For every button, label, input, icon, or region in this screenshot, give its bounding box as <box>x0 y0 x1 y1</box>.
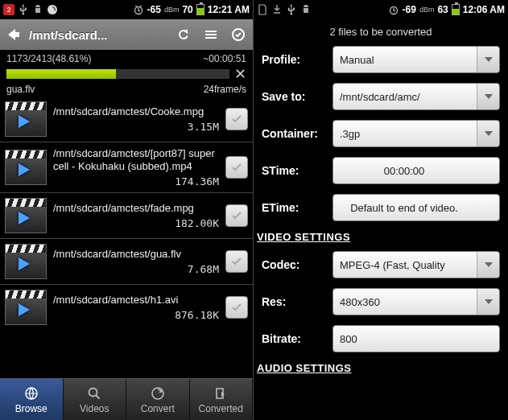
status-bar: -69 dBm 63 12:06 AM <box>254 0 508 19</box>
video-thumb <box>5 244 47 279</box>
signal-dbm-value: -69 <box>403 4 416 15</box>
setting-container: Container: .3gp <box>262 120 500 147</box>
globe-icon <box>24 385 39 401</box>
file-row[interactable]: /mnt/sdcard/amctest/[port87] supercell -… <box>0 142 253 192</box>
progress-eta: ~00:00:51 <box>203 53 246 64</box>
refresh-button[interactable] <box>172 23 195 46</box>
progress-bar <box>6 69 229 79</box>
file-size: 3.15M <box>188 121 219 133</box>
container-control[interactable]: .3gp <box>332 120 500 147</box>
battery-pct: 63 <box>437 4 448 15</box>
file-path: /mnt/sdcard/amctest/gua.flv <box>53 248 219 261</box>
file-checkbox[interactable] <box>225 108 248 130</box>
back-button[interactable] <box>3 24 24 45</box>
cancel-button[interactable]: ✕ <box>234 67 246 81</box>
battery-icon <box>452 4 460 15</box>
download-icon <box>271 4 283 15</box>
battery-pct: 70 <box>182 4 192 15</box>
setting-codec: Codec: MPEG-4 (Fast, Quality <box>262 251 500 278</box>
setting-stime: STime: 00:00:00 <box>262 157 500 184</box>
file-info: /mnt/sdcard/amctest/Cooke.mpg 3.15M <box>53 105 219 134</box>
video-thumb <box>5 101 47 137</box>
tab-convert[interactable]: Convert <box>126 379 190 420</box>
chevron-down-icon[interactable] <box>477 121 499 146</box>
action-button[interactable] <box>227 23 250 46</box>
file-path: /mnt/sdcard/amctest/Cooke.mpg <box>53 105 219 118</box>
etime-control[interactable]: Default to end of video. <box>332 194 500 221</box>
file-size: 182.00K <box>175 217 219 229</box>
settings-panel: -69 dBm 63 12:06 AM 2 files to be conver… <box>254 0 508 420</box>
res-control[interactable]: 480x360 <box>332 288 500 315</box>
app-icon <box>47 4 58 15</box>
conversion-header: 2 files to be converted <box>254 19 508 46</box>
setting-label: Profile: <box>262 53 326 66</box>
chevron-down-icon[interactable] <box>477 84 499 109</box>
setting-res: Res: 480x360 <box>262 288 500 315</box>
browser-panel: 2 -65 dBm 70 12:21 AM /mnt/sdcard... <box>0 0 254 420</box>
convert-icon <box>151 385 165 401</box>
file-size: 7.68M <box>188 263 219 275</box>
file-size: 174.36M <box>175 175 219 187</box>
android-icon <box>300 4 312 15</box>
setting-label: Codec: <box>262 258 326 271</box>
tab-label: Browse <box>15 403 47 414</box>
stime-value: 00:00:00 <box>384 165 449 177</box>
progress-fill <box>6 69 116 79</box>
battery-fill <box>452 9 459 14</box>
file-info: /mnt/sdcard/amctest/gua.flv 7.68M <box>53 248 219 276</box>
tab-videos[interactable]: Videos <box>64 379 127 420</box>
file-list[interactable]: /mnt/sdcard/amctest/Cooke.mpg 3.15M /mnt… <box>0 97 253 378</box>
saveto-control[interactable]: /mnt/sdcard/amc/ <box>332 83 500 110</box>
signal-dbm-unit: dBm <box>164 6 180 14</box>
codec-value: MPEG-4 (Fast, Quality <box>340 259 469 271</box>
file-info: /mnt/sdcard/amctest/[port87] supercell -… <box>53 147 219 187</box>
tab-converted[interactable]: Converted <box>190 379 254 420</box>
profile-control[interactable]: Manual <box>332 46 500 73</box>
file-path: /mnt/sdcard/amctest/h1.avi <box>53 294 219 307</box>
setting-profile: Profile: Manual <box>262 46 500 73</box>
video-thumb <box>5 198 47 233</box>
video-thumb <box>5 290 47 325</box>
file-info: /mnt/sdcard/amctest/fade.mpg 182.00K <box>53 202 219 230</box>
usb-icon <box>18 4 29 15</box>
chevron-down-icon[interactable] <box>477 252 499 278</box>
codec-control[interactable]: MPEG-4 (Fast, Quality <box>332 251 500 278</box>
file-row[interactable]: /mnt/sdcard/amctest/gua.flv 7.68M <box>0 238 253 284</box>
file-path: /mnt/sdcard/amctest/fade.mpg <box>53 202 219 215</box>
signal-dbm-unit: dBm <box>419 6 435 14</box>
progress-count: 1173/2413(48.61%) <box>6 53 91 64</box>
file-row[interactable]: /mnt/sdcard/amctest/Cooke.mpg 3.15M <box>0 97 253 142</box>
title-bar: /mnt/sdcard... <box>0 19 253 50</box>
setting-bitrate: Bitrate: 800 <box>262 325 500 352</box>
file-row[interactable]: /mnt/sdcard/amctest/h1.avi 876.18K <box>0 284 253 330</box>
video-thumb <box>5 150 47 185</box>
chevron-down-icon[interactable] <box>477 47 499 72</box>
file-checkbox[interactable] <box>225 204 248 227</box>
setting-label: Bitrate: <box>262 332 326 345</box>
tab-browse[interactable]: Browse <box>0 379 64 420</box>
tab-label: Convert <box>141 403 175 414</box>
chevron-down-icon[interactable] <box>477 289 499 315</box>
battery-icon <box>196 4 204 15</box>
etime-value: Default to end of video. <box>350 202 482 214</box>
file-info: /mnt/sdcard/amctest/h1.avi 876.18K <box>53 294 219 322</box>
search-icon <box>87 385 101 401</box>
setting-saveto: Save to: /mnt/sdcard/amc/ <box>262 83 500 110</box>
setting-label: ETime: <box>262 201 326 214</box>
signal-dbm-value: -65 <box>147 4 161 15</box>
file-checkbox[interactable] <box>225 156 248 179</box>
stime-control[interactable]: 00:00:00 <box>332 157 500 184</box>
sd-icon <box>257 4 268 15</box>
profile-value: Manual <box>340 54 399 66</box>
notification-badge: 2 <box>3 4 14 15</box>
menu-button[interactable] <box>200 23 222 46</box>
path-display[interactable]: /mnt/sdcard... <box>29 28 167 42</box>
bottom-tabs: Browse Videos Convert Converted <box>0 378 253 420</box>
video-settings-header: VIDEO SETTINGS <box>257 231 500 243</box>
usb-icon <box>286 4 297 15</box>
bitrate-control[interactable]: 800 <box>332 325 500 352</box>
setting-label: STime: <box>262 164 326 177</box>
file-checkbox[interactable] <box>225 250 248 273</box>
file-row[interactable]: /mnt/sdcard/amctest/fade.mpg 182.00K <box>0 192 253 238</box>
file-checkbox[interactable] <box>225 296 248 319</box>
